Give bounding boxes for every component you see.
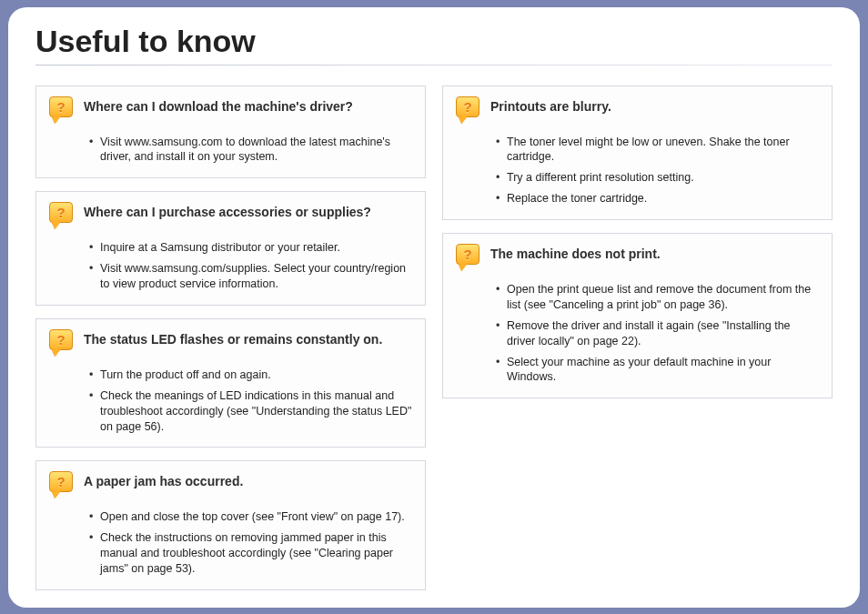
list-item: Check the instructions on removing jamme…: [89, 530, 412, 577]
card-header: ? The status LED flashes or remains cons…: [49, 329, 412, 355]
card-header: ? Printouts are blurry.: [456, 96, 819, 122]
list-item: Inquire at a Samsung distributor or your…: [89, 240, 412, 256]
help-bubble: ?: [49, 96, 73, 117]
card-list: Open and close the top cover (see "Front…: [49, 509, 412, 577]
document-page: Useful to know ? Where can I download th…: [8, 7, 860, 608]
list-item: Turn the product off and on again.: [89, 367, 412, 383]
list-item: The toner level might be low or uneven. …: [496, 135, 819, 166]
card-list: Open the print queue list and remove the…: [456, 282, 819, 385]
help-tail: [459, 116, 469, 124]
list-item: Select your machine as your default mach…: [496, 355, 819, 386]
help-tail: [52, 349, 62, 357]
left-column: ? Where can I download the machine's dri…: [35, 86, 426, 590]
card-title: The status LED flashes or remains consta…: [84, 329, 382, 347]
card-header: ? Where can I purchase accessories or su…: [49, 202, 412, 227]
help-tail: [52, 491, 62, 499]
card-purchase-supplies: ? Where can I purchase accessories or su…: [35, 191, 426, 306]
help-bubble: ?: [456, 96, 479, 117]
card-blurry-printouts: ? Printouts are blurry. The toner level …: [442, 86, 833, 221]
card-list: The toner level might be low or uneven. …: [456, 135, 819, 207]
list-item: Open the print queue list and remove the…: [496, 282, 819, 313]
card-status-led: ? The status LED flashes or remains cons…: [35, 318, 426, 448]
help-icon: ?: [456, 244, 481, 269]
list-item: Try a different print resolution setting…: [496, 170, 819, 186]
card-title: Where can I purchase accessories or supp…: [84, 202, 371, 219]
card-list: Visit www.samsung.com to download the la…: [49, 135, 412, 166]
page-title: Useful to know: [35, 24, 833, 59]
card-list: Inquire at a Samsung distributor or your…: [49, 240, 412, 292]
help-icon: ?: [49, 329, 75, 355]
list-item: Visit www.samsung.com to download the la…: [89, 135, 412, 166]
right-column: ? Printouts are blurry. The toner level …: [442, 86, 833, 590]
card-paper-jam: ? A paper jam has occurred. Open and clo…: [35, 460, 426, 590]
card-header: ? Where can I download the machine's dri…: [49, 96, 412, 122]
help-tail: [52, 116, 62, 124]
card-header: ? A paper jam has occurred.: [49, 471, 412, 497]
help-bubble: ?: [49, 202, 73, 223]
card-title: A paper jam has occurred.: [84, 471, 243, 488]
card-title: Where can I download the machine's drive…: [84, 96, 353, 114]
card-download-driver: ? Where can I download the machine's dri…: [35, 86, 426, 179]
list-item: Open and close the top cover (see "Front…: [89, 509, 412, 525]
title-rule: [35, 65, 833, 65]
card-no-print: ? The machine does not print. Open the p…: [442, 233, 833, 398]
list-item: Visit www.samsung.com/supplies. Select y…: [89, 261, 412, 292]
card-title: Printouts are blurry.: [490, 96, 611, 114]
help-bubble: ?: [456, 244, 479, 265]
help-icon: ?: [456, 96, 481, 122]
help-icon: ?: [49, 471, 75, 497]
columns: ? Where can I download the machine's dri…: [35, 86, 833, 590]
list-item: Replace the toner cartridge.: [496, 191, 819, 206]
card-header: ? The machine does not print.: [456, 244, 819, 269]
help-icon: ?: [49, 202, 75, 227]
help-icon: ?: [49, 96, 75, 122]
list-item: Check the meanings of LED indications in…: [89, 388, 412, 435]
help-tail: [459, 264, 469, 272]
card-list: Turn the product off and on again. Check…: [49, 367, 412, 435]
help-bubble: ?: [49, 471, 73, 492]
list-item: Remove the driver and install it again (…: [496, 318, 819, 349]
card-title: The machine does not print.: [490, 244, 661, 261]
help-tail: [52, 222, 62, 230]
help-bubble: ?: [49, 329, 73, 350]
